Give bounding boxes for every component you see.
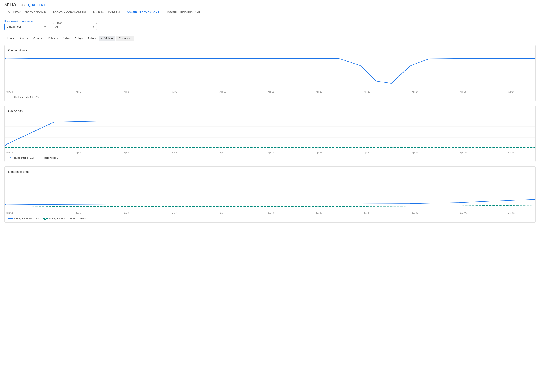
tab-latency[interactable]: LATENCY ANALYSIS (90, 7, 124, 16)
time-7days[interactable]: 7 days (86, 36, 98, 41)
cache-hits-title: Cache hits (5, 109, 535, 115)
x-label-apr15-3: Apr 15 (439, 212, 487, 214)
x-label-apr9-2: Apr 9 (151, 151, 199, 154)
x-label-apr7-2: Apr 7 (55, 151, 103, 154)
x-label-utc4: UTC-4 (5, 91, 55, 93)
x-label-apr11-2: Apr 11 (247, 151, 295, 154)
cache-hit-rate-x-axis: UTC-4 Apr 7 Apr 8 Apr 9 Apr 10 Apr 11 Ap… (5, 89, 535, 94)
proxy-select[interactable]: All (53, 23, 93, 30)
x-label-apr9-3: Apr 9 (151, 212, 199, 214)
time-3days[interactable]: 3 days (73, 36, 85, 41)
legend-teal-line (39, 158, 43, 158)
x-label-apr14-3: Apr 14 (391, 212, 439, 214)
x-label-utc4-2: UTC-4 (5, 151, 55, 154)
x-label-utc4-3: UTC-4 (5, 212, 55, 214)
cache-hit-rate-chart: Cache hit rate UTC-4 Apr 7 Apr 8 Apr 9 A… (4, 45, 536, 101)
legend-blue-line-3 (8, 218, 13, 219)
x-label-apr16-2: Apr 16 (487, 151, 535, 154)
x-label-apr8: Apr 8 (103, 91, 151, 93)
time-custom[interactable]: Custom (116, 36, 134, 41)
x-label-apr12-2: Apr 12 (295, 151, 343, 154)
x-label-apr9: Apr 9 (151, 91, 199, 93)
response-time-svg (5, 176, 535, 209)
x-label-apr10: Apr 10 (199, 91, 247, 93)
cache-hit-rate-legend: Cache hit rate: 99.33% (5, 94, 535, 101)
legend-blue-line-2 (8, 158, 13, 158)
cache-hit-rate-svg (5, 55, 535, 88)
legend-blue-line (8, 97, 13, 97)
proxy-label: Proxy (55, 21, 63, 24)
legend-avg-time-cache-label: Average time with cache: 13.76ms (49, 217, 86, 220)
x-label-apr7: Apr 7 (55, 91, 103, 93)
legend-helloworld: helloworld: 0 (39, 156, 58, 159)
response-time-x-axis: UTC-4 Apr 7 Apr 8 Apr 9 Apr 10 Apr 11 Ap… (5, 211, 535, 215)
x-label-apr14-2: Apr 14 (391, 151, 439, 154)
legend-cache-hit-rate: Cache hit rate: 99.33% (8, 96, 39, 98)
time-14days[interactable]: 14 days (99, 36, 115, 41)
legend-cache-hit-rate-label: Cache hit rate: 99.33% (14, 96, 39, 98)
x-label-apr10-3: Apr 10 (199, 212, 247, 214)
cache-hits-svg (5, 115, 535, 149)
environment-select-wrapper: default-test (4, 23, 48, 30)
x-label-apr15-2: Apr 15 (439, 151, 487, 154)
x-label-apr13: Apr 13 (343, 91, 391, 93)
response-time-area (5, 176, 535, 209)
cache-hits-x-axis: UTC-4 Apr 7 Apr 8 Apr 9 Apr 10 Apr 11 Ap… (5, 150, 535, 155)
proxy-filter: Proxy All (53, 23, 97, 30)
x-label-apr14: Apr 14 (391, 91, 439, 93)
legend-avg-time-cache: Average time with cache: 13.76ms (43, 217, 86, 220)
x-label-apr15: Apr 15 (439, 91, 487, 93)
x-label-apr12: Apr 12 (295, 91, 343, 93)
tab-bar: API PROXY PERFORMANCE ERROR CODE ANALYSI… (0, 7, 540, 16)
refresh-button[interactable]: REFRESH (28, 4, 45, 7)
response-time-title: Response time (5, 170, 535, 176)
tab-target[interactable]: TARGET PERFORMANCE (163, 7, 204, 16)
x-label-apr16-3: Apr 16 (487, 212, 535, 214)
legend-cache-httpbin-label: cache-httpbin: 5.8k (14, 156, 34, 159)
x-label-apr13-3: Apr 13 (343, 212, 391, 214)
svg-point-3 (534, 58, 535, 59)
svg-point-2 (5, 58, 6, 60)
cache-hits-area (5, 115, 535, 149)
tab-cache[interactable]: CACHE PERFORMANCE (124, 7, 163, 16)
cache-hits-chart: Cache hits UTC-4 Apr 7 Apr 8 Apr 9 Apr 1… (4, 106, 536, 162)
time-6hours[interactable]: 6 hours (31, 36, 45, 41)
legend-teal-line-2 (43, 218, 48, 219)
page-header: API Metrics REFRESH (0, 0, 540, 7)
x-label-apr11: Apr 11 (247, 91, 295, 93)
legend-avg-time-label: Average time: 47.83ms (14, 217, 39, 220)
legend-cache-httpbin: cache-httpbin: 5.8k (8, 156, 34, 159)
cache-hits-legend: cache-httpbin: 5.8k helloworld: 0 (5, 155, 535, 162)
environment-label: Environment or Hostname (4, 20, 48, 23)
svg-point-10 (5, 204, 6, 205)
x-label-apr11-3: Apr 11 (247, 212, 295, 214)
time-1hour[interactable]: 1 hour (4, 36, 16, 41)
time-filter-bar: 1 hour 3 hours 6 hours 12 hours 1 day 3 … (0, 34, 540, 45)
x-label-apr7-3: Apr 7 (55, 212, 103, 214)
response-time-legend: Average time: 47.83ms Average time with … (5, 215, 535, 222)
cache-hit-rate-title: Cache hit rate (5, 49, 535, 55)
response-time-chart: Response time UTC-4 Apr 7 Apr 8 Apr 9 Ap… (4, 166, 536, 223)
environment-filter: Environment or Hostname default-test (4, 20, 48, 30)
cache-hit-rate-area (5, 55, 535, 88)
environment-select[interactable]: default-test (4, 23, 48, 30)
legend-helloworld-label: helloworld: 0 (45, 156, 58, 159)
time-12hours[interactable]: 12 hours (45, 36, 60, 41)
x-label-apr10-2: Apr 10 (199, 151, 247, 154)
charts-container: Cache hit rate UTC-4 Apr 7 Apr 8 Apr 9 A… (0, 45, 540, 223)
page-title: API Metrics (4, 3, 25, 7)
legend-avg-time: Average time: 47.83ms (8, 217, 39, 220)
time-3hours[interactable]: 3 hours (17, 36, 30, 41)
tab-error-code[interactable]: ERROR CODE ANALYSIS (49, 7, 90, 16)
tab-api-proxy[interactable]: API PROXY PERFORMANCE (4, 7, 49, 16)
refresh-label: REFRESH (32, 4, 45, 7)
x-label-apr8-3: Apr 8 (103, 212, 151, 214)
time-1day[interactable]: 1 day (61, 36, 72, 41)
filters-bar: Environment or Hostname default-test Pro… (0, 16, 540, 34)
refresh-icon (28, 4, 31, 7)
proxy-select-box: Proxy All (53, 23, 97, 30)
x-label-apr8-2: Apr 8 (103, 151, 151, 154)
x-label-apr16: Apr 16 (487, 91, 535, 93)
x-label-apr12-3: Apr 12 (295, 212, 343, 214)
x-label-apr13-2: Apr 13 (343, 151, 391, 154)
